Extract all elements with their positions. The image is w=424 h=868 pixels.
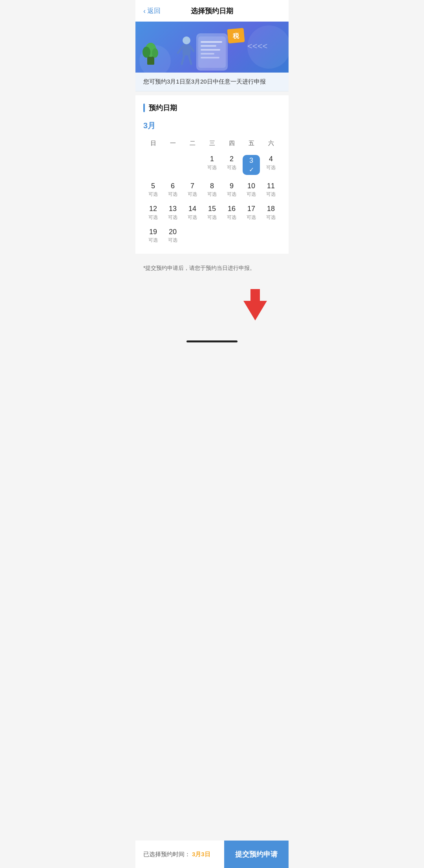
calendar-day-5[interactable]: 5 可选 (143, 180, 163, 200)
svg-line-20 (189, 55, 191, 64)
page-title: 选择预约日期 (191, 6, 233, 16)
month-label: 3月 (143, 120, 281, 131)
home-indicator (135, 336, 289, 349)
calendar-empty-cell (241, 226, 261, 246)
banner-illustration: 税 <<<< (135, 22, 289, 73)
arrow-indicator (243, 289, 267, 322)
svg-rect-8 (201, 41, 222, 43)
svg-marker-22 (243, 289, 267, 320)
svg-text:税: 税 (232, 32, 239, 39)
svg-line-17 (178, 47, 183, 53)
calendar-day-9[interactable]: 9 可选 (222, 180, 241, 200)
calendar-day-14[interactable]: 14 可选 (183, 202, 202, 223)
calendar-day-19[interactable]: 19 可选 (143, 226, 163, 246)
calendar-empty-cell (183, 226, 202, 246)
back-chevron-icon: ‹ (143, 7, 146, 15)
svg-rect-16 (183, 44, 190, 55)
svg-point-15 (183, 36, 190, 44)
calendar-empty-cell (163, 153, 183, 177)
calendar-day-16[interactable]: 16 可选 (222, 202, 241, 223)
weekday-headers: 日 一 二 三 四 五 六 (143, 137, 281, 149)
weekday-tue: 二 (183, 137, 202, 149)
svg-rect-11 (201, 53, 214, 55)
calendar-day-10[interactable]: 10 可选 (241, 180, 261, 200)
section-title: 预约日期 (143, 103, 281, 113)
svg-line-18 (190, 47, 194, 51)
svg-point-5 (152, 48, 158, 58)
footer: 已选择预约时间： 3月3日 提交预约申请 (135, 841, 289, 868)
info-bar: 您可预约3月1日至3月20日中任意一天进行申报 (135, 73, 289, 91)
calendar-day-8[interactable]: 8 可选 (202, 180, 222, 200)
calendar: 日 一 二 三 四 五 六 1 可选 2 可选 3 ✓ (143, 137, 281, 246)
calendar-day-17[interactable]: 17 可选 (241, 202, 261, 223)
calendar-empty-cell (183, 153, 202, 177)
calendar-day-6[interactable]: 6 可选 (163, 180, 183, 200)
info-text: 您可预约3月1日至3月20日中任意一天进行申报 (143, 78, 266, 85)
note-area-wrapper: *提交预约申请后，请您于预约当日进行申报。 (135, 258, 289, 336)
calendar-day-13[interactable]: 13 可选 (163, 202, 183, 223)
weekday-mon: 一 (163, 137, 183, 149)
weekday-sun: 日 (143, 137, 163, 149)
weekday-wed: 三 (202, 137, 222, 149)
calendar-day-12[interactable]: 12 可选 (143, 202, 163, 223)
footer-label: 已选择预约时间： (143, 851, 190, 858)
svg-rect-12 (201, 57, 219, 58)
calendar-day-4[interactable]: 4 可选 (261, 153, 281, 177)
svg-rect-10 (201, 49, 220, 51)
calendar-empty-cell (202, 226, 222, 246)
back-label: 返回 (147, 6, 161, 15)
section-title-bar (143, 104, 145, 112)
banner: 税 <<<< (135, 22, 289, 73)
calendar-day-2[interactable]: 2 可选 (222, 153, 241, 177)
calendar-day-18[interactable]: 18 可选 (261, 202, 281, 223)
footer-left: 已选择预约时间： 3月3日 (135, 841, 224, 868)
calendar-day-7[interactable]: 7 可选 (183, 180, 202, 200)
calendar-day-1[interactable]: 1 可选 (202, 153, 222, 177)
weekday-sat: 六 (261, 137, 281, 149)
calendar-empty-cell (261, 226, 281, 246)
calendar-day-15[interactable]: 15 可选 (202, 202, 222, 223)
weekday-thu: 四 (222, 137, 241, 149)
section-title-label: 预约日期 (149, 103, 177, 113)
calendar-section: 预约日期 3月 日 一 二 三 四 五 六 1 可选 2 可选 (135, 95, 289, 254)
calendar-grid: 1 可选 2 可选 3 ✓ 4 可选 5 可选 6 (143, 153, 281, 246)
calendar-empty-cell (143, 153, 163, 177)
weekday-fri: 五 (241, 137, 261, 149)
home-indicator-bar (186, 340, 238, 342)
calendar-empty-cell (222, 226, 241, 246)
svg-line-19 (182, 55, 184, 64)
svg-text:<<<<: <<<< (247, 41, 267, 51)
header: ‹ 返回 选择预约日期 (135, 0, 289, 22)
note-text: *提交预约申请后，请您于预约当日进行申报。 (143, 265, 255, 271)
svg-point-4 (143, 47, 150, 58)
submit-button[interactable]: 提交预约申请 (224, 841, 289, 868)
footer-selected-time: 3月3日 (192, 851, 210, 858)
calendar-day-11[interactable]: 11 可选 (261, 180, 281, 200)
calendar-day-20[interactable]: 20 可选 (163, 226, 183, 246)
svg-rect-9 (201, 45, 216, 47)
back-button[interactable]: ‹ 返回 (143, 6, 161, 15)
calendar-day-3[interactable]: 3 ✓ (241, 153, 261, 177)
